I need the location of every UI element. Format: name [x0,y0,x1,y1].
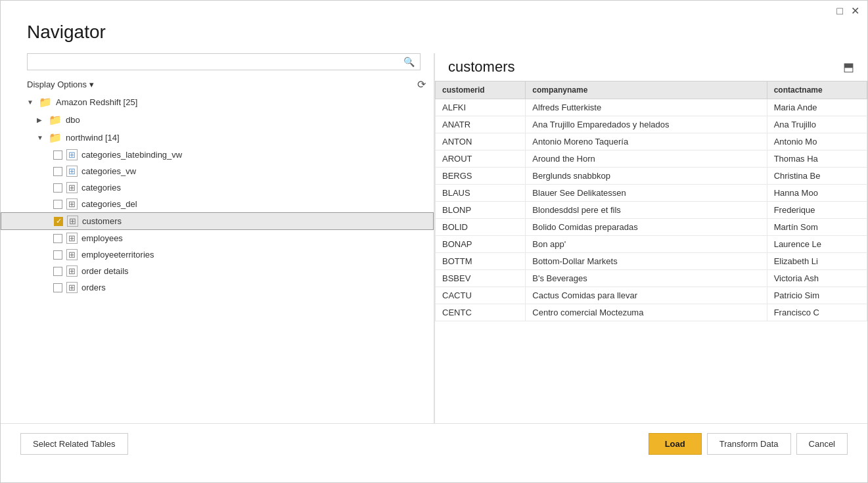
table-cell-companyname: Ana Trujillo Emparedados y helados [526,116,767,133]
checkbox-order-details[interactable] [53,267,62,276]
display-options-label-text: Display Options [27,80,87,89]
table-cell-contactname: Francisco C [767,304,867,321]
table-cell-companyname: Around the Horn [526,150,767,168]
table-cell-contactname: Laurence Le [767,236,867,253]
tree-folder-northwind[interactable]: ▼ 📁 northwind [14] [1,129,434,147]
tree-item-orders[interactable]: ⊞ orders [1,279,434,296]
select-related-tables-button[interactable]: Select Related Tables [20,433,128,455]
checkbox-customers[interactable]: ✓ [54,217,63,226]
tree-group-amazon-redshift[interactable]: ▼ 📁 Amazon Redshift [25] [1,93,434,111]
cancel-button[interactable]: Cancel [796,433,848,455]
load-button[interactable]: Load [649,433,702,455]
display-options-button[interactable]: Display Options ▾ [27,80,94,89]
table-cell-customerid: ANATR [436,116,526,133]
tree-item-categories[interactable]: ⊞ categories [1,179,434,196]
close-button[interactable]: ✕ [851,6,859,16]
minimize-button[interactable]: □ [836,6,843,16]
tree-item-label: employeeterritories [81,250,154,260]
table-cell-contactname: Ana Trujillo [767,116,867,133]
table-cell-companyname: Bon app' [526,236,767,253]
title-bar: □ ✕ [1,1,867,22]
tree-item-label: categories [81,183,121,193]
table-cell-companyname: Antonio Moreno Taquería [526,133,767,150]
tree-item-employeeterritories[interactable]: ⊞ employeeterritories [1,246,434,263]
table-row[interactable]: CACTUCactus Comidas para llevarPatricio … [436,287,867,304]
table-cell-customerid: BOLID [436,219,526,236]
tree-item-categories-del[interactable]: ⊞ categories_del [1,196,434,212]
table-cell-customerid: BOTTM [436,253,526,270]
table-cell-contactname: Christina Be [767,168,867,185]
checkbox-categories-latebinding-vw[interactable] [53,150,62,160]
table-row[interactable]: BOTTMBottom-Dollar MarketsElizabeth Li [436,253,867,270]
tree-item-label: customers [82,216,122,226]
export-icon[interactable]: ⬒ [843,60,854,74]
table-cell-customerid: BLAUS [436,185,526,202]
col-header-customerid: customerid [436,81,526,99]
search-input[interactable] [33,57,403,67]
search-bar: 🔍 [27,53,421,70]
tree-item-customers[interactable]: ✓ ⊞ customers [1,212,434,230]
data-table-wrap: customerid companyname contactname ALFKI… [435,81,867,423]
table-row[interactable]: BLONPBlondesddsl pere et filsFrederique [436,202,867,219]
checkbox-orders[interactable] [53,283,62,292]
bottom-bar: Select Related Tables Load Transform Dat… [1,423,867,464]
folder-icon: 📁 [49,114,62,126]
table-scroll-area[interactable]: customerid companyname contactname ALFKI… [435,81,867,423]
table-row[interactable]: ANTONAntonio Moreno TaqueríaAntonio Mo [436,133,867,150]
left-panel: 🔍 Display Options ▾ ⟳ ▼ 📁 Amazon Redshif… [1,53,434,423]
checkbox-categories-vw[interactable] [53,167,62,176]
tree-item-categories-latebinding-vw[interactable]: ⊞ categories_latebinding_vw [1,147,434,163]
tree-folder-label: northwind [14] [66,133,120,143]
checkbox-categories[interactable] [53,183,62,193]
preview-title: customers [448,58,514,76]
tree-folder-dbo[interactable]: ▶ 📁 dbo [1,111,434,129]
tree-item-label: order details [81,266,129,276]
transform-data-button[interactable]: Transform Data [707,433,791,455]
table-row[interactable]: BLAUSBlauer See DelikatessenHanna Moo [436,185,867,202]
table-row[interactable]: ANATRAna Trujillo Emparedados y heladosA… [436,116,867,133]
chevron-right-icon: ▶ [37,116,46,124]
table-cell-companyname: Bottom-Dollar Markets [526,253,767,270]
table-row[interactable]: BSBEVB's BeveragesVictoria Ash [436,270,867,287]
table-cell-contactname: Martín Som [767,219,867,236]
col-header-companyname: companyname [526,81,767,99]
data-table: customerid companyname contactname ALFKI… [435,81,867,321]
checkbox-categories-del[interactable] [53,200,62,209]
table-row[interactable]: CENTCCentro comercial MoctezumaFrancisco… [436,304,867,321]
tree-item-categories-vw[interactable]: ⊞ categories_vw [1,163,434,179]
tree-item-label: orders [81,283,106,292]
table-cell-customerid: BONAP [436,236,526,253]
table-icon: ⊞ [66,249,78,260]
folder-icon: 📁 [49,131,62,144]
table-cell-customerid: CENTC [436,304,526,321]
table-cell-companyname: B's Beverages [526,270,767,287]
tree-folder-label: dbo [66,115,80,125]
tree-item-employees[interactable]: ⊞ employees [1,230,434,246]
table-icon: ⊞ [66,265,78,277]
table-cell-customerid: ALFKI [436,99,526,116]
table-cell-customerid: BLONP [436,202,526,219]
table-cell-companyname: Berglunds snabbkop [526,168,767,185]
table-cell-contactname: Antonio Mo [767,133,867,150]
table-row[interactable]: ALFKIAlfreds FutterkisteMaria Ande [436,99,867,116]
action-buttons: Load Transform Data Cancel [649,433,848,455]
table-row[interactable]: BOLIDBolido Comidas preparadasMartín Som [436,219,867,236]
table-cell-contactname: Thomas Ha [767,150,867,168]
tree-area[interactable]: ▼ 📁 Amazon Redshift [25] ▶ 📁 dbo ▼ 📁 nor… [1,93,434,423]
refresh-icon[interactable]: ⟳ [417,78,426,91]
table-icon: ⊞ [66,182,78,193]
checkbox-employeeterritories[interactable] [53,250,62,260]
chevron-down-icon: ▼ [37,134,46,141]
table-cell-companyname: Cactus Comidas para llevar [526,287,767,304]
table-cell-companyname: Bolido Comidas preparadas [526,219,767,236]
table-cell-customerid: BERGS [436,168,526,185]
checkbox-employees[interactable] [53,234,62,243]
tree-item-order-details[interactable]: ⊞ order details [1,263,434,279]
tree-group-label: Amazon Redshift [25] [56,97,137,107]
table-row[interactable]: BERGSBerglunds snabbkopChristina Be [436,168,867,185]
table-row[interactable]: BONAPBon app'Laurence Le [436,236,867,253]
tree-item-label: categories_del [81,199,137,209]
table-row[interactable]: AROUTAround the HornThomas Ha [436,150,867,168]
table-cell-contactname: Patricio Sim [767,287,867,304]
table-cell-companyname: Centro comercial Moctezuma [526,304,767,321]
